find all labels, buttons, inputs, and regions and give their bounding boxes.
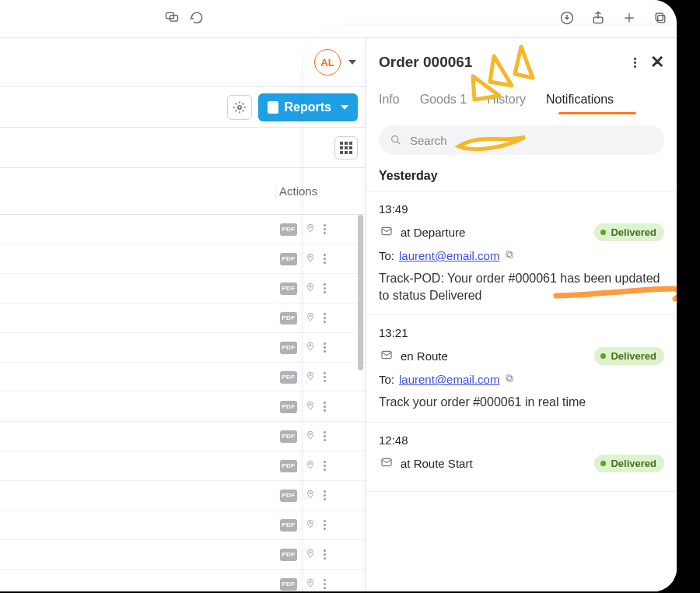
pdf-icon[interactable]: PDF bbox=[280, 312, 297, 325]
plus-icon[interactable] bbox=[621, 9, 638, 26]
panel-menu-button[interactable] bbox=[634, 58, 636, 68]
notification-list: 13:49 at Departure Delivered To: laurent… bbox=[366, 191, 677, 492]
row-menu-button[interactable] bbox=[324, 490, 326, 500]
panel-tabs: Info Goods 1 History Notifications bbox=[366, 86, 677, 114]
location-icon[interactable] bbox=[305, 428, 316, 444]
row-menu-button[interactable] bbox=[324, 372, 326, 382]
svg-rect-22 bbox=[508, 253, 513, 258]
notification-trigger: at Departure bbox=[401, 226, 465, 239]
location-icon[interactable] bbox=[305, 576, 316, 591]
location-icon[interactable] bbox=[305, 398, 316, 415]
settings-button[interactable] bbox=[227, 95, 252, 120]
panel-search[interactable]: Search bbox=[379, 125, 664, 155]
copy-email-icon[interactable] bbox=[504, 249, 515, 262]
row-menu-button[interactable] bbox=[324, 224, 326, 234]
pdf-icon[interactable]: PDF bbox=[280, 489, 297, 502]
table-row[interactable]: 23.09.28 10:21 PDF bbox=[0, 304, 366, 333]
scrollbar[interactable] bbox=[358, 215, 363, 370]
pdf-icon[interactable]: PDF bbox=[280, 371, 297, 384]
pdf-icon[interactable]: PDF bbox=[280, 549, 297, 561]
row-menu-button[interactable] bbox=[324, 579, 326, 589]
pdf-icon[interactable]: PDF bbox=[280, 401, 297, 413]
row-menu-button[interactable] bbox=[324, 461, 326, 471]
pdf-icon[interactable]: PDF bbox=[280, 578, 297, 591]
copy-email-icon[interactable] bbox=[504, 373, 515, 386]
row-menu-button[interactable] bbox=[324, 431, 326, 441]
table-row[interactable]: 23.09.13 13:04 PDF bbox=[0, 511, 366, 540]
col-actions[interactable]: Actions bbox=[275, 184, 366, 198]
location-icon[interactable] bbox=[305, 517, 316, 533]
table-header: ne Reasons for Reject Actions bbox=[0, 168, 366, 215]
pdf-icon[interactable]: PDF bbox=[280, 223, 297, 236]
svg-point-19 bbox=[310, 581, 311, 583]
table-row[interactable]: 23.09.13 12:44 PDF bbox=[0, 481, 366, 511]
pdf-icon[interactable]: PDF bbox=[280, 253, 297, 265]
download-icon[interactable] bbox=[558, 9, 576, 26]
table-row[interactable]: 23.09.28 12:49 PDF bbox=[0, 274, 366, 304]
location-icon[interactable] bbox=[305, 487, 316, 504]
copy-icon[interactable] bbox=[652, 9, 669, 26]
second-filter-bar: Ship from Client Group by bbox=[0, 128, 366, 168]
location-icon[interactable] bbox=[305, 280, 316, 296]
col-reasons[interactable]: Reasons for Reject bbox=[0, 184, 275, 198]
row-menu-button[interactable] bbox=[324, 254, 326, 264]
user-avatar[interactable]: AL bbox=[314, 49, 341, 75]
notification-time: 13:21 bbox=[379, 326, 664, 339]
refresh-icon[interactable] bbox=[188, 9, 205, 26]
recipient-link[interactable]: laurent@email.com bbox=[399, 249, 499, 262]
table-row[interactable]: 23.09.13 12:43 PDF bbox=[0, 333, 366, 363]
header-bar: order Company ID 30018 AL bbox=[0, 37, 366, 87]
user-menu-caret[interactable] bbox=[348, 60, 356, 65]
location-icon[interactable] bbox=[305, 339, 316, 356]
table-row[interactable]: 23.09.28 10:36 PDF bbox=[0, 244, 366, 274]
row-menu-button[interactable] bbox=[324, 342, 326, 353]
columns-button[interactable] bbox=[334, 136, 358, 160]
row-menu-button[interactable] bbox=[324, 283, 326, 293]
pdf-icon[interactable]: PDF bbox=[280, 282, 297, 295]
svg-point-17 bbox=[310, 522, 311, 524]
svg-point-15 bbox=[310, 463, 311, 465]
svg-point-8 bbox=[310, 256, 311, 258]
tab-goods[interactable]: Goods 1 bbox=[420, 93, 467, 114]
svg-point-16 bbox=[310, 493, 311, 494]
tab-info[interactable]: Info bbox=[379, 93, 400, 114]
table-row[interactable]: 23.09.28 12:45 PDF bbox=[0, 215, 366, 244]
pdf-icon[interactable]: PDF bbox=[280, 519, 297, 532]
status-badge: Delivered bbox=[594, 347, 664, 365]
location-icon[interactable] bbox=[305, 546, 316, 563]
svg-point-9 bbox=[310, 286, 311, 287]
notification-item: 13:49 at Departure Delivered To: laurent… bbox=[366, 191, 677, 315]
section-yesterday: Yesterday bbox=[366, 163, 677, 191]
table-row[interactable]: 23.09.13 12:44 PDF bbox=[0, 451, 366, 481]
pdf-icon[interactable]: PDF bbox=[280, 430, 297, 443]
table-row[interactable]: 23.09.13 12:44 PDF bbox=[0, 422, 366, 451]
panel-close-button[interactable]: ✕ bbox=[650, 52, 664, 72]
table-row[interactable]: 23.09.14 11:16 PDF bbox=[0, 570, 366, 591]
status-badge: Delivered bbox=[594, 454, 664, 472]
table-row[interactable]: 23.09.13 12:43 PDF bbox=[0, 363, 366, 392]
mail-icon bbox=[379, 225, 394, 240]
notification-item: 13:21 en Route Delivered To: laurent@ema… bbox=[366, 315, 677, 423]
location-icon[interactable] bbox=[305, 458, 316, 474]
location-icon[interactable] bbox=[305, 221, 316, 237]
recipient-link[interactable]: laurent@email.com bbox=[399, 373, 499, 386]
row-menu-button[interactable] bbox=[324, 549, 326, 560]
location-icon[interactable] bbox=[305, 310, 316, 326]
row-menu-button[interactable] bbox=[324, 313, 326, 323]
share-icon[interactable] bbox=[590, 9, 607, 26]
pdf-icon[interactable]: PDF bbox=[280, 460, 297, 472]
chat-icon[interactable] bbox=[163, 9, 180, 26]
tab-notifications[interactable]: Notifications bbox=[546, 93, 614, 114]
tab-history[interactable]: History bbox=[487, 93, 526, 114]
pdf-icon[interactable]: PDF bbox=[280, 342, 297, 354]
svg-point-10 bbox=[310, 315, 311, 317]
location-icon[interactable] bbox=[305, 251, 316, 267]
location-icon[interactable] bbox=[305, 369, 316, 385]
row-menu-button[interactable] bbox=[324, 520, 326, 530]
reports-button[interactable]: Reports bbox=[258, 93, 358, 121]
svg-rect-5 bbox=[656, 13, 663, 20]
table-row[interactable]: 23.09.13 12:43 PDF bbox=[0, 392, 366, 422]
row-menu-button[interactable] bbox=[324, 402, 326, 412]
table-row[interactable]: 23.09.13 13:03 PDF bbox=[0, 540, 366, 570]
notification-item: 12:48 at Route Start Delivered bbox=[366, 423, 677, 492]
